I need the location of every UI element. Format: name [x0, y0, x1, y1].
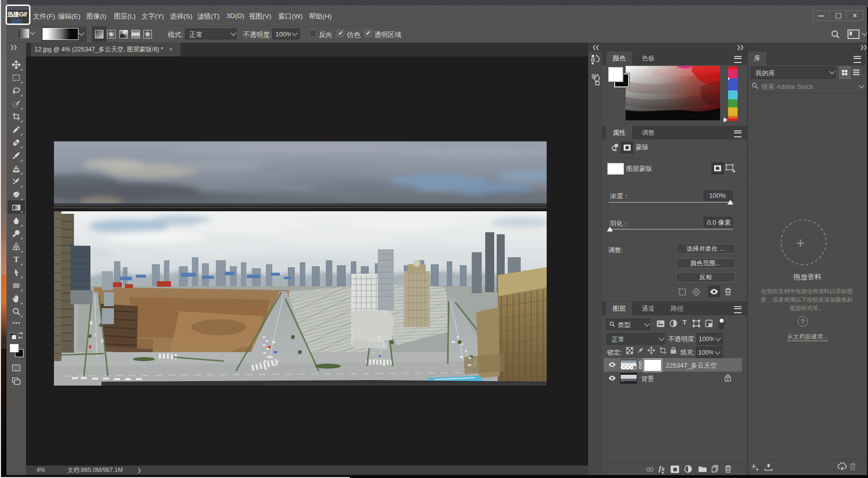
svg-text:T: T	[13, 255, 19, 264]
